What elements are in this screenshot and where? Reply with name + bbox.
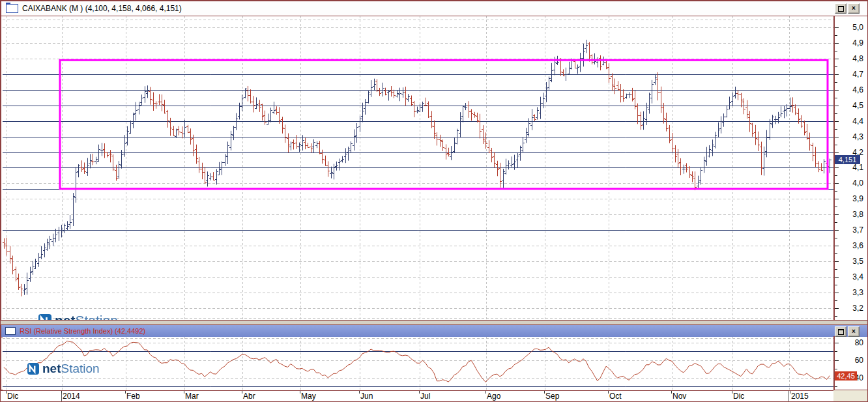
price-axis-minor-tick [835,175,837,176]
rsi-axis-tick [835,360,839,361]
time-axis-tick [608,391,609,394]
price-axis-label: 4,8 [852,54,863,63]
price-axis-tick [835,183,839,184]
close-button[interactable]: × [848,3,860,14]
rsi-window-icon [5,327,16,335]
price-axis-minor-tick [835,145,837,145]
time-axis-tick [61,391,62,394]
time-axis-label: Oct [609,392,622,401]
price-axis-tick [835,199,839,199]
time-axis-label: Sep [545,392,559,401]
price-axis-minor-tick [835,51,837,51]
close-icon: × [852,5,856,12]
time-axis[interactable]: Dic2014FebMarAbrMayJunJulAgoSepOctNovDic… [1,390,833,402]
price-axis-label: 3,5 [852,257,863,266]
rsi-axis-label: 80 [855,338,863,347]
price-axis-label: 3,8 [852,210,863,219]
price-axis-tick [835,59,839,59]
time-axis-label: May [301,392,316,401]
price-axis-minor-tick [835,269,837,270]
rsi-canvas[interactable] [3,337,833,390]
rsi-axis-label: 60 [855,356,863,365]
price-axis-tick [835,261,839,262]
rsi-axis-tick [835,343,839,343]
rsi-value-label: 42,45 [835,371,857,380]
time-axis-tick [300,391,300,394]
rsi-plot[interactable]: netStation [3,337,833,390]
rsi-axis-tick [835,351,837,352]
rsi-close-button[interactable]: × [848,326,860,337]
price-axis[interactable]: 5,04,94,84,74,64,54,44,34,24,14,03,93,83… [835,16,867,319]
price-axis-tick [835,106,839,106]
netstation-window: CAIXABANK (M ) (4,100, 4,158, 4,066, 4,1… [0,0,868,402]
rsi-window-controls: × [835,326,860,337]
time-axis-label: Abr [243,392,255,401]
price-axis-tick [835,167,839,168]
restore-button[interactable] [835,3,846,14]
price-axis-tick [835,43,839,44]
price-axis-tick [835,90,839,91]
price-axis-tick [835,230,839,231]
price-axis-minor-tick [835,285,837,285]
time-axis-label: Mar [185,392,199,401]
price-axis-label: 4,3 [852,132,863,141]
time-axis-label: Ago [487,392,500,401]
rsi-axis[interactable]: 80604042,45 [835,337,867,389]
price-axis-label: 4,7 [852,70,863,79]
time-axis-label: Dic [7,392,18,401]
price-axis-label: 4,9 [852,38,863,48]
year-separator [788,391,789,401]
price-axis-minor-tick [835,82,837,83]
time-axis-tick [359,391,360,394]
time-axis-tick [419,391,420,394]
time-axis-tick [485,391,486,394]
time-axis-tick [184,391,184,394]
close-icon: × [852,328,856,335]
restore-icon [838,6,844,12]
price-axis-tick [835,293,839,293]
time-axis-label: 2015 [791,392,809,401]
price-axis-label: 3,9 [852,194,863,203]
price-axis-label: 4,4 [852,117,863,126]
time-axis-label: Nov [673,392,686,401]
price-axis-tick [835,277,839,278]
last-price-label: 4,151 [835,155,860,164]
price-chart-title: CAIXABANK (M ) (4,100, 4,158, 4,066, 4,1… [22,4,182,13]
price-axis-minor-tick [835,35,837,36]
price-axis-tick [835,74,839,75]
price-axis-label: 3,3 [852,288,863,297]
price-axis-label: 4,0 [852,179,863,188]
price-axis-label: 4,5 [852,101,863,110]
time-axis-tick [732,391,732,394]
axis-corner [833,390,868,402]
price-axis-minor-tick [835,207,837,207]
restore-icon [838,329,844,335]
time-axis-label: 2014 [63,392,80,401]
rsi-restore-button[interactable] [835,326,846,337]
price-axis-label: 3,2 [852,304,863,313]
price-axis-minor-tick [835,238,837,238]
price-axis-minor-tick [835,316,837,317]
rsi-axis-tick [835,386,837,387]
time-axis-tick [6,391,7,394]
price-axis-label: 5,0 [852,23,863,32]
price-axis-tick [835,121,839,122]
window-controls: × [835,3,860,14]
price-chart-panel: CAIXABANK (M ) (4,100, 4,158, 4,066, 4,1… [1,1,868,321]
price-chart-titlebar[interactable]: CAIXABANK (M ) (4,100, 4,158, 4,066, 4,1… [1,1,868,16]
price-axis-minor-tick [835,113,837,114]
rsi-titlebar[interactable]: RSI (Relative Strength Index) (42,4492) … [1,325,868,337]
price-axis-minor-tick [835,98,837,98]
price-chart-canvas[interactable] [3,16,833,320]
price-axis-label: 3,4 [852,272,863,281]
price-axis-tick [835,137,839,137]
chart-window-icon [6,4,18,13]
rsi-indicator-panel: RSI (Relative Strength Index) (42,4492) … [1,324,868,390]
price-chart-plot[interactable]: netStation [3,16,833,320]
time-axis-tick [125,391,126,394]
price-axis-tick [835,246,839,246]
price-axis-label: 4,1 [852,163,863,172]
price-axis-minor-tick [835,66,837,67]
time-axis-tick [544,391,545,394]
price-axis-minor-tick [835,222,837,223]
